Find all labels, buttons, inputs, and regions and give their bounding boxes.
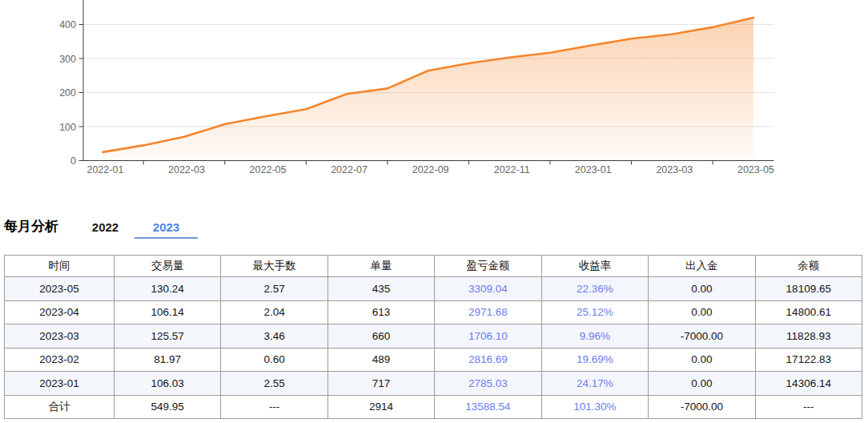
column-header: 出入金 — [649, 256, 755, 277]
table-cell: 549.95 — [115, 395, 221, 419]
column-header: 余额 — [755, 256, 862, 277]
x-axis-label: 2022-05 — [250, 164, 287, 175]
table-cell: 19.69% — [541, 348, 648, 372]
table-cell: --- — [755, 395, 862, 419]
table-cell: 2023-02 — [5, 348, 115, 372]
table-cell: 2971.68 — [435, 300, 541, 324]
table-row: 2023-04106.142.046132971.6825.12%0.00148… — [5, 300, 862, 324]
table-cell: 2023-03 — [5, 324, 115, 348]
y-axis-label: 100 — [59, 122, 76, 133]
monthly-analysis-page: 01002003004002022-012022-032022-052022-0… — [0, 0, 868, 423]
table-cell: -7000.00 — [649, 324, 755, 348]
x-axis-label: 2022-01 — [86, 164, 123, 175]
x-axis-label: 2023-01 — [575, 164, 612, 175]
table-cell: 717 — [328, 372, 434, 396]
monthly-analysis-table: 时间交易量最大手数单量盈亏金额收益率出入金余额 2023-05130.242.5… — [4, 255, 862, 419]
column-header: 最大手数 — [221, 256, 328, 277]
table-cell: 2.04 — [221, 300, 328, 324]
table-row: 2023-01106.032.557172785.0324.17%0.00143… — [5, 372, 862, 396]
y-axis-label: 200 — [59, 87, 76, 99]
table-cell: 489 — [328, 348, 434, 372]
column-header: 收益率 — [541, 256, 648, 277]
equity-curve-chart: 01002003004002022-012022-032022-052022-0… — [0, 0, 868, 184]
table-cell: 2785.03 — [435, 372, 541, 396]
table-cell: 14306.14 — [755, 372, 862, 396]
series-area — [102, 18, 753, 160]
table-cell: 24.17% — [541, 372, 648, 396]
table-cell: 2816.69 — [435, 348, 541, 372]
table-cell: 3309.04 — [435, 277, 541, 301]
table-cell: 106.14 — [115, 300, 221, 324]
column-header: 盈亏金额 — [435, 256, 541, 277]
table-cell: 11828.93 — [755, 324, 862, 348]
y-axis-label: 300 — [59, 54, 76, 65]
table-cell: 14800.61 — [755, 300, 862, 324]
tab-2023[interactable]: 2023 — [135, 217, 198, 239]
x-axis-label: 2022-07 — [331, 164, 368, 175]
table-cell: 613 — [328, 300, 434, 324]
x-axis-label: 2022-09 — [412, 164, 449, 175]
table-row: 2023-03125.573.466601706.109.96%-7000.00… — [5, 324, 862, 348]
table-cell: 25.12% — [541, 300, 648, 324]
x-axis-label: 2023-03 — [656, 164, 693, 175]
tab-2022[interactable]: 2022 — [74, 217, 137, 237]
table-cell: 106.03 — [115, 372, 221, 396]
x-axis-label: 2022-11 — [494, 164, 530, 175]
table-header-row: 时间交易量最大手数单量盈亏金额收益率出入金余额 — [5, 256, 862, 277]
table-cell: 合计 — [5, 395, 115, 419]
table-cell: 2023-05 — [5, 277, 115, 301]
table-row: 2023-0281.970.604892816.6919.69%0.001712… — [5, 348, 862, 372]
table-cell: 2.57 — [221, 277, 328, 301]
equity-curve-svg: 01002003004002022-012022-032022-052022-0… — [0, 0, 868, 184]
y-axis-label: 0 — [70, 155, 76, 167]
column-header: 单量 — [328, 256, 434, 277]
column-header: 时间 — [5, 256, 115, 277]
table-cell: 2023-04 — [5, 300, 115, 324]
y-axis-label: 400 — [59, 19, 76, 30]
section-title: 每月分析 — [4, 217, 58, 236]
table-cell: 125.57 — [115, 324, 221, 348]
table-cell: 2023-01 — [5, 372, 115, 396]
table-cell: 2.55 — [221, 372, 328, 396]
table-cell: 9.96% — [541, 324, 648, 348]
table-cell: -7000.00 — [649, 395, 755, 419]
table-cell: 22.36% — [541, 277, 648, 301]
table-row: 合计549.95---291413588.54101.30%-7000.00--… — [5, 395, 862, 419]
x-axis-label: 2022-03 — [168, 164, 205, 175]
table-cell: 17122.83 — [755, 348, 862, 372]
table-cell: 13588.54 — [435, 395, 541, 419]
table-cell: --- — [221, 395, 328, 419]
table-cell: 130.24 — [115, 277, 221, 301]
table-cell: 81.97 — [115, 348, 221, 372]
table-cell: 2914 — [328, 395, 434, 419]
table-cell: 0.00 — [649, 300, 755, 324]
x-axis-label: 2023-05 — [737, 164, 774, 175]
table-row: 2023-05130.242.574353309.0422.36%0.00181… — [5, 277, 862, 301]
table-cell: 101.30% — [541, 395, 648, 419]
table-cell: 0.00 — [649, 348, 755, 372]
table-cell: 0.60 — [221, 348, 328, 372]
table-cell: 3.46 — [221, 324, 328, 348]
table-cell: 0.00 — [649, 372, 755, 396]
table-cell: 18109.65 — [755, 277, 862, 301]
table-cell: 1706.10 — [435, 324, 541, 348]
table-cell: 660 — [328, 324, 434, 348]
column-header: 交易量 — [115, 256, 221, 277]
table-cell: 435 — [328, 277, 434, 301]
table-cell: 0.00 — [649, 277, 755, 301]
